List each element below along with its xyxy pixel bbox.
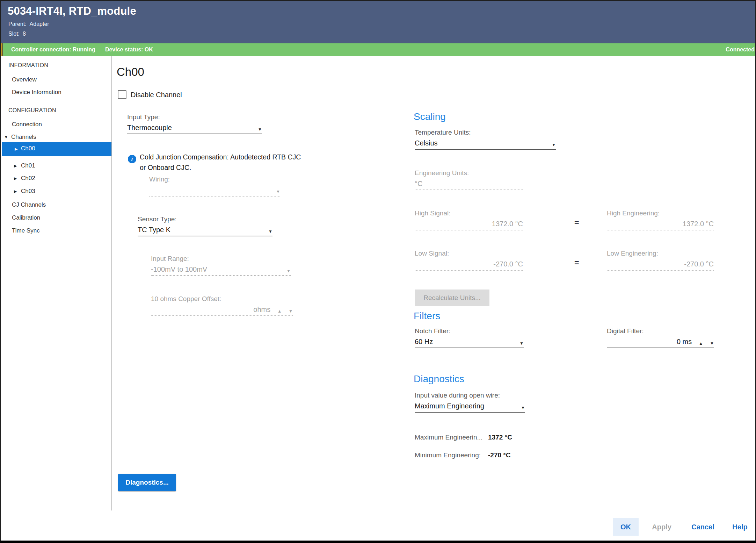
sensor-type-dropdown[interactable]: TC Type K ▼: [138, 226, 272, 236]
sidebar-item-channels-label: Channels: [11, 134, 36, 140]
ok-button[interactable]: OK: [613, 518, 639, 536]
temperature-units-field: Temperature Units: Celsius ▼: [415, 129, 556, 150]
tree-collapsed-icon[interactable]: ▶: [14, 176, 17, 181]
low-signal-field: Low Signal: -270.0 °C: [415, 250, 523, 271]
copper-offset-unit: ohms: [253, 306, 270, 314]
low-engineering-value: -270.0 °C: [684, 260, 714, 268]
wiring-dropdown: ▼: [149, 186, 280, 197]
temperature-units-dropdown[interactable]: Celsius ▼: [415, 139, 556, 150]
wiring-label: Wiring:: [149, 176, 280, 183]
spinner-up-icon: ▲: [275, 309, 282, 314]
maximum-engineering-row: Maximum Engineerin... 1372 °C: [415, 434, 512, 441]
high-signal-label: High Signal:: [415, 209, 523, 217]
high-engineering-input: 1372.0 °C: [607, 220, 714, 230]
engineering-units-value: °C: [415, 180, 422, 188]
input-type-value: Thermocouple: [127, 124, 172, 132]
sidebar-item-device-information[interactable]: Device Information: [12, 89, 61, 96]
dropdown-arrow-icon[interactable]: ▼: [266, 229, 272, 234]
parent-label: Parent:: [8, 21, 27, 27]
high-signal-value: 1372.0 °C: [492, 220, 523, 228]
spinner-up-icon[interactable]: ▲: [696, 341, 703, 346]
temperature-units-label: Temperature Units:: [415, 129, 556, 136]
page-title: Ch00: [117, 65, 144, 79]
open-wire-dropdown[interactable]: Maximum Engineering ▼: [415, 402, 525, 413]
sidebar-item-ch01-label: Ch01: [21, 162, 35, 169]
notch-filter-label: Notch Filter:: [415, 327, 524, 335]
parent-row: Parent:Adapter: [8, 21, 49, 27]
help-button[interactable]: Help: [727, 518, 753, 536]
sidebar-item-time-sync[interactable]: Time Sync: [12, 227, 40, 234]
diagnostics-heading: Diagnostics: [414, 373, 464, 385]
sidebar-item-ch00-selected[interactable]: ▶ Ch00: [2, 142, 111, 156]
low-engineering-label: Low Engineering:: [607, 250, 714, 257]
tree-collapsed-icon[interactable]: ▶: [14, 189, 17, 194]
disable-channel-label: Disable Channel: [131, 91, 182, 99]
low-signal-label: Low Signal:: [415, 250, 523, 257]
sidebar-item-ch01[interactable]: ▶ Ch01: [21, 162, 35, 169]
copper-offset-label: 10 ohms Copper Offset:: [151, 295, 293, 303]
tree-expanded-icon[interactable]: ▼: [4, 135, 8, 139]
sidebar-item-ch03[interactable]: ▶ Ch03: [21, 188, 35, 195]
high-signal-field: High Signal: 1372.0 °C: [415, 209, 523, 230]
engineering-units-input: °C: [415, 180, 523, 190]
tree-collapsed-icon[interactable]: ▶: [14, 164, 17, 168]
sensor-type-field: Sensor Type: TC Type K ▼: [138, 215, 272, 236]
tree-collapsed-icon[interactable]: ▶: [15, 147, 17, 151]
high-engineering-field: High Engineering: 1372.0 °C: [607, 209, 714, 230]
minimum-engineering-value: -270 °C: [488, 451, 511, 459]
slot-value: 8: [23, 31, 26, 37]
minimum-engineering-label: Minimum Engineering:: [415, 451, 488, 459]
dropdown-arrow-icon[interactable]: ▼: [518, 405, 525, 410]
spinner-down-icon: ▼: [286, 309, 293, 314]
sidebar-item-ch02[interactable]: ▶ Ch02: [21, 175, 35, 182]
dropdown-arrow-icon[interactable]: ▼: [549, 142, 556, 147]
sidebar-item-channels[interactable]: ▼ Channels: [11, 134, 36, 141]
high-signal-input: 1372.0 °C: [415, 220, 523, 230]
titlebar: 5034-IRT4I, RTD_module Parent:Adapter Sl…: [1, 1, 755, 43]
engineering-units-field: Engineering Units: °C: [415, 169, 523, 190]
input-range-field: Input Range: -100mV to 100mV ▼: [151, 255, 291, 276]
window-title: 5034-IRT4I, RTD_module: [8, 5, 136, 17]
sensor-type-value: TC Type K: [138, 226, 170, 234]
low-engineering-input: -270.0 °C: [607, 260, 714, 271]
cancel-button[interactable]: Cancel: [685, 518, 720, 536]
notch-filter-value: 60 Hz: [415, 338, 433, 346]
high-engineering-value: 1372.0 °C: [683, 220, 714, 228]
dropdown-arrow-icon: ▼: [284, 269, 291, 273]
dropdown-arrow-icon[interactable]: ▼: [517, 341, 524, 346]
minimum-engineering-row: Minimum Engineering: -270 °C: [415, 451, 511, 459]
disable-channel-checkbox[interactable]: [118, 90, 126, 99]
scaling-heading: Scaling: [414, 111, 446, 122]
dropdown-arrow-icon: ▼: [273, 189, 280, 194]
slot-row: Slot:8: [8, 31, 26, 37]
sidebar-item-cj-channels[interactable]: CJ Channels: [12, 201, 46, 208]
spinner-down-icon[interactable]: ▼: [707, 341, 714, 346]
wiring-field: Wiring: ▼: [149, 176, 280, 197]
input-range-label: Input Range:: [151, 255, 291, 263]
sidebar-header-information: INFORMATION: [8, 62, 48, 69]
recalculate-units-button: Recalculate Units...: [415, 290, 489, 306]
sidebar-item-overview[interactable]: Overview: [12, 76, 37, 83]
digital-filter-spinner[interactable]: 0 ms ▲ ▼: [607, 338, 714, 348]
info-icon: i: [128, 155, 136, 163]
low-signal-input: -270.0 °C: [415, 260, 523, 271]
connection-state: Connected: [726, 47, 755, 53]
maximum-engineering-value: 1372 °C: [488, 434, 512, 441]
notch-filter-dropdown[interactable]: 60 Hz ▼: [415, 338, 524, 348]
status-bar: Controller connection: Running Device st…: [1, 43, 755, 56]
input-type-label: Input Type:: [127, 113, 262, 121]
notch-filter-field: Notch Filter: 60 Hz ▼: [415, 327, 524, 348]
sidebar-divider: [111, 56, 112, 510]
sidebar-item-connection[interactable]: Connection: [12, 121, 42, 128]
high-equals-sign: =: [574, 218, 579, 228]
diagnostics-button[interactable]: Diagnostics...: [118, 474, 176, 491]
input-range-dropdown: -100mV to 100mV ▼: [151, 265, 291, 276]
dropdown-arrow-icon[interactable]: ▼: [255, 127, 262, 132]
input-type-dropdown[interactable]: Thermocouple ▼: [127, 124, 262, 134]
sidebar-header-configuration: CONFIGURATION: [8, 107, 56, 114]
cjc-info-message: Cold Junction Compensation: Autodetected…: [140, 152, 303, 173]
apply-button: Apply: [646, 518, 677, 536]
open-wire-field: Input value during open wire: Maximum En…: [415, 392, 525, 413]
copper-offset-field: 10 ohms Copper Offset: ohms ▲ ▼: [151, 295, 293, 316]
sidebar-item-calibration[interactable]: Calibration: [12, 214, 40, 221]
